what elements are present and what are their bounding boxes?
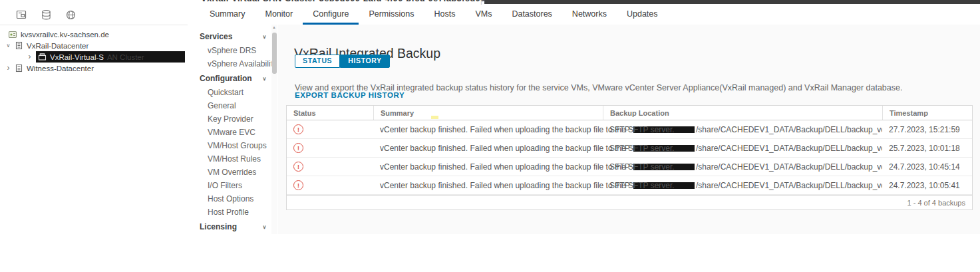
tree-item-label: kvsvxrailvc.kv-sachsen.de xyxy=(21,31,109,39)
error-status-icon xyxy=(293,143,303,153)
divider xyxy=(480,0,482,5)
tab-vms[interactable]: VMs xyxy=(465,5,502,25)
confignav-item-vm-host-rules[interactable]: VM/Host Rules xyxy=(188,152,278,166)
section-label: Licensing xyxy=(200,222,237,231)
summary-cell: vCenter backup finished. Failed when upl… xyxy=(373,139,603,157)
networking-icon[interactable] xyxy=(64,8,77,21)
confignav-item-vm-overrides[interactable]: VM Overrides xyxy=(188,166,278,179)
scrollbar-thumb[interactable] xyxy=(272,33,277,74)
tab-updates[interactable]: Updates xyxy=(617,5,668,25)
column-header-label: Summary xyxy=(381,109,414,117)
chevron-right-icon[interactable] xyxy=(27,54,33,61)
timestamp-cell: 24.7.2023, 10:05:41 xyxy=(882,176,972,194)
confignav-item-vsphere-availability[interactable]: vSphere Availability xyxy=(188,57,278,70)
section-label: Configuration xyxy=(200,74,252,83)
table-row[interactable]: vCenter backup finished. Failed when upl… xyxy=(287,139,972,158)
location-path: /share/CACHEDEV1_DATA/Backup/DELL/backup… xyxy=(696,162,882,172)
summary-cell: vCenter backup finished. Failed when upl… xyxy=(373,120,603,138)
chevron-down-icon xyxy=(261,224,267,230)
cluster-icon xyxy=(38,53,47,61)
status-toggle-button[interactable]: STATUS xyxy=(295,55,340,68)
confignav-item-host-options[interactable]: Host Options xyxy=(188,192,278,205)
main-content: VxRail Integrated Backup STATUS HISTORY … xyxy=(278,25,980,234)
timestamp-cell: 27.7.2023, 15:21:59 xyxy=(882,120,972,138)
summary-cell: vCenter backup finished. Failed when upl… xyxy=(373,176,603,194)
tree-item-label: VxRail-Virtual-S xyxy=(50,53,104,61)
table-row[interactable]: vCenter backup finished. Failed when upl… xyxy=(287,120,972,139)
table-row[interactable]: vCenter backup finished. Failed when upl… xyxy=(287,176,972,195)
column-header-summary: Summary xyxy=(373,106,603,120)
confignav-item-general[interactable]: General xyxy=(188,99,278,112)
datacenter-icon xyxy=(15,41,23,50)
object-title-strip: VxRail-Virtual-SAN-Cluster-3eb0d000-2afd… xyxy=(188,0,980,5)
storage-icon[interactable] xyxy=(39,8,53,21)
vcenter-icon xyxy=(8,30,17,39)
confignav-item-key-provider[interactable]: Key Provider xyxy=(188,112,278,126)
error-status-icon xyxy=(293,162,303,172)
pagination-summary: 1 - 4 of 4 backups xyxy=(907,199,965,207)
object-title: VxRail-Virtual-SAN-Cluster-3eb0d000-2afd… xyxy=(201,0,486,3)
confignav-item-host-profile[interactable]: Host Profile xyxy=(188,205,278,219)
tree-item-vcenter[interactable]: kvsvxrailvc.kv-sachsen.de xyxy=(0,29,188,40)
section-label: Services xyxy=(200,32,232,41)
tree-item-witness-datacenter[interactable]: Witness-Datacenter xyxy=(0,63,188,74)
redaction-bar xyxy=(484,0,980,4)
timestamp-cell: 24.7.2023, 10:45:14 xyxy=(882,158,972,176)
tree-item-label: Witness-Datacenter xyxy=(27,65,94,72)
tree-item-label: VxRail-Datacenter xyxy=(27,42,88,50)
scrollbar[interactable] xyxy=(271,25,277,234)
export-backup-history-link[interactable]: EXPORT BACKUP HISTORY xyxy=(295,91,405,99)
chevron-right-icon[interactable] xyxy=(5,65,11,72)
summary-cell: vCenter backup finished. Failed when upl… xyxy=(373,158,603,176)
tree-item-label-redacted: AN Cluster xyxy=(107,53,144,61)
chevron-down-icon xyxy=(261,76,267,82)
error-status-icon xyxy=(293,180,303,190)
chevron-down-icon xyxy=(261,34,267,40)
confignav-item-vm-host-groups[interactable]: VM/Host Groups xyxy=(188,139,278,152)
backup-history-table: Status Summary Backup Location Timestamp… xyxy=(286,105,973,210)
tab-networks[interactable]: Networks xyxy=(562,5,617,25)
history-toggle-button[interactable]: HISTORY xyxy=(340,55,390,68)
location-path: /share/CACHEDEV1_DATA/Backup/DELL/backup… xyxy=(696,144,882,153)
tree-item-vxrail-cluster-selected[interactable]: VxRail-Virtual-S AN Cluster xyxy=(0,51,188,63)
object-tab-bar: Summary Monitor Configure Permissions Ho… xyxy=(188,5,980,25)
column-header-status: Status xyxy=(287,106,373,120)
timestamp-cell: 25.7.2023, 10:01:18 xyxy=(882,139,972,157)
divider xyxy=(0,25,188,25)
datacenter-icon xyxy=(15,64,23,72)
confignav-item-quickstart[interactable]: Quickstart xyxy=(188,86,278,99)
location-path: /share/CACHEDEV1_DATA/Backup/DELL/backup… xyxy=(696,181,882,190)
tab-monitor[interactable]: Monitor xyxy=(255,5,303,25)
error-status-icon xyxy=(293,124,303,134)
inventory-view-switcher xyxy=(15,8,77,21)
column-header-timestamp: Timestamp xyxy=(882,106,972,120)
vms-and-templates-icon[interactable] xyxy=(15,8,28,21)
confignav-item-io-filters[interactable]: I/O Filters xyxy=(188,179,278,192)
tab-summary[interactable]: Summary xyxy=(200,5,255,25)
configure-nav-panel: Services vSphere DRS vSphere Availabilit… xyxy=(188,25,278,234)
confignav-item-vsphere-drs[interactable]: vSphere DRS xyxy=(188,44,278,57)
confignav-section-services[interactable]: Services xyxy=(188,29,278,44)
vsphere-client-window: kvsvxrailvc.kv-sachsen.de VxRail-Datacen… xyxy=(0,0,980,272)
view-toggle: STATUS HISTORY xyxy=(295,55,390,68)
table-row[interactable]: vCenter backup finished. Failed when upl… xyxy=(287,158,972,176)
confignav-section-configuration[interactable]: Configuration xyxy=(188,70,278,86)
tab-hosts[interactable]: Hosts xyxy=(424,5,465,25)
location-path: /share/CACHEDEV1_DATA/Backup/DELL/backup… xyxy=(696,125,882,134)
highlight-artifact xyxy=(431,116,438,119)
tab-datastores[interactable]: Datastores xyxy=(502,5,562,25)
table-header-row: Status Summary Backup Location Timestamp xyxy=(287,106,972,120)
tab-permissions[interactable]: Permissions xyxy=(359,5,424,25)
confignav-section-licensing[interactable]: Licensing xyxy=(188,219,278,234)
table-footer: 1 - 4 of 4 backups xyxy=(287,195,972,209)
tree-item-vxrail-datacenter[interactable]: VxRail-Datacenter xyxy=(0,40,188,51)
chevron-down-icon[interactable] xyxy=(5,43,11,49)
column-header-backup-location: Backup Location xyxy=(603,106,882,120)
inventory-panel: kvsvxrailvc.kv-sachsen.de VxRail-Datacen… xyxy=(0,0,188,234)
redaction-bar: VxRail-Virtual-S AN Cluster xyxy=(36,51,185,63)
confignav-item-vmware-evc[interactable]: VMware EVC xyxy=(188,126,278,139)
tab-configure[interactable]: Configure xyxy=(303,5,359,25)
